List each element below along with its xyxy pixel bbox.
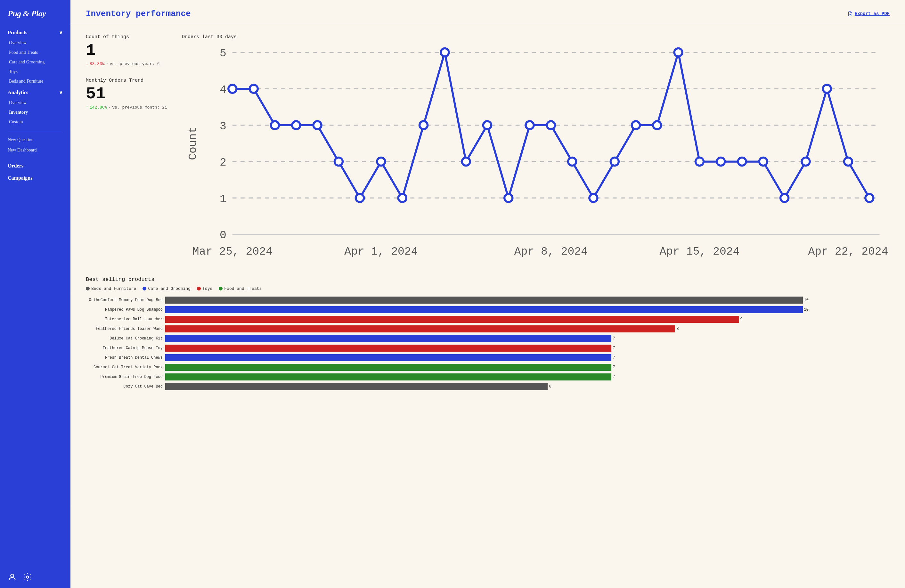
chart-legend: Beds and Furniture Care and Grooming Toy… — [86, 286, 890, 291]
count-label: Count of things — [86, 34, 169, 40]
sidebar-item-overview[interactable]: Overview — [0, 38, 70, 48]
monthly-change: ↑ 142.86% · vs. previous month: 21 — [86, 105, 169, 110]
app-name-pug: Pug — [8, 9, 21, 18]
chevron-down-icon: ∨ — [59, 89, 63, 95]
monthly-change-pct: 142.86% — [90, 105, 107, 110]
sidebar-item-inventory[interactable]: Inventory — [0, 108, 70, 117]
monthly-value: 51 — [86, 86, 169, 102]
svg-point-46 — [865, 194, 873, 202]
svg-point-33 — [589, 194, 597, 202]
bar-wrapper: 8 — [165, 325, 890, 333]
bar-fill — [165, 373, 611, 380]
bar-row: Cozy Cat Cave Bed6 — [86, 383, 890, 390]
bar-value: 8 — [676, 327, 679, 331]
legend-beds-furniture: Beds and Furniture — [86, 286, 136, 291]
bar-fill — [165, 326, 675, 332]
svg-text:Count: Count — [187, 127, 199, 160]
bar-value: 6 — [549, 384, 551, 389]
best-selling-section: Best selling products Beds and Furniture… — [86, 277, 890, 390]
bar-value: 10 — [804, 298, 809, 302]
svg-point-21 — [335, 157, 343, 165]
svg-point-41 — [759, 157, 767, 165]
svg-point-27 — [462, 157, 470, 165]
sidebar-products-header[interactable]: Products ∨ — [0, 26, 70, 38]
svg-point-44 — [823, 85, 831, 93]
sidebar-analytics-label: Analytics — [8, 90, 28, 95]
sidebar-item-food-treats[interactable]: Food and Treats — [0, 48, 70, 57]
svg-point-22 — [356, 194, 364, 202]
svg-point-0 — [11, 574, 13, 577]
sidebar-item-care-grooming[interactable]: Care and Grooming — [0, 57, 70, 67]
bar-value: 7 — [613, 375, 615, 379]
bar-label: Interactive Ball Launcher — [86, 317, 163, 321]
gear-icon[interactable] — [23, 573, 33, 583]
svg-point-32 — [568, 157, 576, 165]
svg-text:1: 1 — [220, 193, 226, 205]
bar-fill — [165, 297, 803, 304]
bar-label: Gourmet Cat Treat Variety Pack — [86, 365, 163, 370]
svg-point-38 — [695, 157, 703, 165]
main-body: Count of things 1 ↓ 83.33% · vs. previou… — [70, 24, 905, 402]
monthly-stat: Monthly Orders Trend 51 ↑ 142.86% · vs. … — [86, 78, 169, 110]
sidebar-item-new-dashboard[interactable]: New Dashboard — [0, 145, 70, 155]
user-icon[interactable] — [8, 573, 18, 583]
svg-point-34 — [611, 157, 619, 165]
svg-text:Apr 1, 2024: Apr 1, 2024 — [344, 245, 418, 258]
bar-label: Fresh Breath Dental Chews — [86, 356, 163, 360]
svg-text:Apr 22, 2024: Apr 22, 2024 — [808, 245, 888, 258]
sidebar-item-analytics-overview[interactable]: Overview — [0, 98, 70, 108]
bar-row: Gourmet Cat Treat Variety Pack7 — [86, 364, 890, 371]
count-vs-text: vs. previous year: 6 — [110, 62, 159, 66]
svg-point-16 — [228, 85, 237, 93]
orders-line-chart: 5 4 3 2 1 0 Count — [182, 42, 890, 265]
bar-chart: OrthoComfort Memory Foam Dog Bed10Pamper… — [86, 296, 890, 390]
sidebar-item-campaigns[interactable]: Campaigns — [0, 171, 70, 183]
page-title: Inventory performance — [86, 9, 191, 19]
svg-point-31 — [547, 121, 555, 129]
monthly-label: Monthly Orders Trend — [86, 78, 169, 83]
bar-wrapper: 10 — [165, 306, 890, 313]
sidebar-item-new-question[interactable]: New Question — [0, 135, 70, 145]
count-stat: Count of things 1 ↓ 83.33% · vs. previou… — [86, 34, 169, 66]
sidebar-item-beds-furniture[interactable]: Beds and Furniture — [0, 76, 70, 86]
bar-fill — [165, 354, 611, 361]
sidebar-item-orders[interactable]: Orders — [0, 159, 70, 171]
bar-value: 9 — [740, 317, 743, 321]
up-arrow-icon: ↑ — [86, 105, 88, 110]
bar-row: Premium Grain-Free Dog Food7 — [86, 373, 890, 381]
down-arrow-icon: ↓ — [86, 62, 88, 66]
count-change-vs: · — [106, 62, 108, 66]
bar-row: Pampered Paws Dog Shampoo10 — [86, 306, 890, 313]
sidebar-item-toys[interactable]: Toys — [0, 67, 70, 76]
bar-label: Feathered Catnip Mouse Toy — [86, 346, 163, 350]
svg-text:Apr 8, 2024: Apr 8, 2024 — [514, 245, 587, 258]
legend-care-grooming: Care and Grooming — [143, 286, 191, 291]
legend-dot-food — [219, 287, 222, 291]
svg-point-24 — [399, 194, 406, 202]
svg-point-45 — [844, 157, 852, 165]
legend-dot-care — [143, 287, 146, 291]
export-pdf-button[interactable]: Export as PDF — [848, 11, 890, 16]
bar-row: Deluxe Cat Grooming Kit7 — [86, 335, 890, 342]
best-selling-title: Best selling products — [86, 277, 890, 283]
bar-wrapper: 7 — [165, 373, 890, 381]
bar-wrapper: 7 — [165, 364, 890, 371]
svg-point-28 — [483, 121, 491, 129]
bar-fill — [165, 383, 548, 390]
sidebar-navigation: Products ∨ Overview Food and Treats Care… — [0, 26, 70, 567]
sidebar-item-custom[interactable]: Custom — [0, 117, 70, 127]
bar-row: Interactive Ball Launcher9 — [86, 315, 890, 323]
svg-point-30 — [526, 121, 533, 129]
legend-dot-beds — [86, 287, 90, 291]
svg-text:0: 0 — [220, 229, 226, 242]
bar-wrapper: 10 — [165, 296, 890, 304]
sidebar-analytics-header[interactable]: Analytics ∨ — [0, 86, 70, 98]
bar-wrapper: 7 — [165, 354, 890, 362]
bar-row: Feathered Catnip Mouse Toy7 — [86, 344, 890, 352]
main-header: Inventory performance Export as PDF — [70, 0, 905, 24]
line-chart-container: Orders last 30 days 5 4 3 2 1 0 — [182, 34, 890, 266]
svg-text:5: 5 — [220, 47, 226, 60]
svg-point-39 — [717, 157, 725, 165]
bar-label: Premium Grain-Free Dog Food — [86, 375, 163, 379]
legend-dot-toys — [197, 287, 201, 291]
